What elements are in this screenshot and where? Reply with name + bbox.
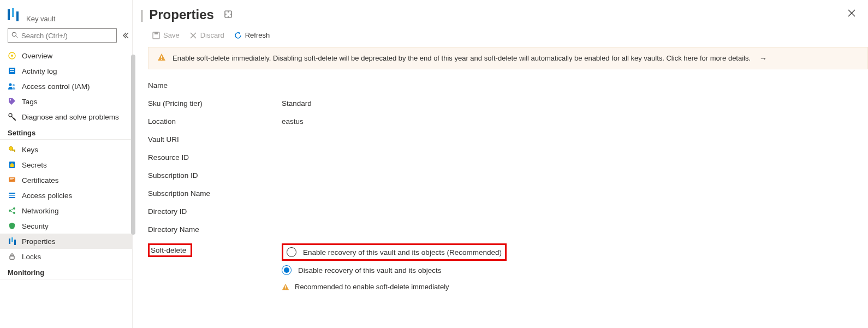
sidebar-item-label: Activity log	[22, 67, 57, 75]
svg-rect-33	[11, 237, 13, 242]
sidebar-item-label: Keys	[22, 146, 38, 154]
svg-rect-8	[10, 69, 14, 70]
sidebar-item-diagnose[interactable]: Diagnose and solve problems	[0, 109, 132, 124]
sidebar-item-label: Access control (IAM)	[22, 82, 90, 91]
warning-icon	[157, 53, 166, 63]
prop-resourceid-label: Resource ID	[148, 153, 282, 162]
prop-softdelete-label: Soft-delete	[151, 246, 186, 254]
sidebar-item-security[interactable]: Security	[0, 218, 132, 234]
sidebar-item-access-policies[interactable]: Access policies	[0, 188, 132, 203]
networking-icon	[8, 206, 16, 215]
secrets-icon	[8, 160, 16, 169]
certificates-icon	[8, 176, 16, 184]
softdelete-radio-group: Enable recovery of this vault and its ob…	[282, 243, 507, 291]
sidebar-section-settings: Settings	[0, 124, 132, 140]
sidebar-section-monitoring: Monitoring	[0, 264, 132, 279]
sidebar-item-label: Properties	[22, 237, 56, 246]
prop-directoryid-label: Directory ID	[148, 207, 282, 216]
sidebar-item-label: Certificates	[22, 176, 59, 184]
radio-icon-selected	[282, 265, 292, 275]
activity-log-icon	[8, 67, 16, 75]
keys-icon	[8, 145, 16, 154]
sidebar-item-properties[interactable]: Properties	[0, 234, 132, 249]
sidebar-item-activity-log[interactable]: Activity log	[0, 63, 132, 79]
svg-rect-26	[9, 197, 15, 198]
radio-disable-recovery[interactable]: Disable recovery of this vault and its o…	[282, 265, 507, 275]
banner-text: Enable soft-delete immediately. Disablin…	[173, 54, 751, 62]
svg-rect-40	[154, 32, 158, 34]
sidebar-item-keys[interactable]: Keys	[0, 142, 132, 157]
prop-location-value: eastus	[282, 117, 304, 126]
svg-rect-44	[161, 59, 162, 60]
discard-button[interactable]: Discard	[189, 31, 224, 39]
svg-point-13	[9, 114, 12, 117]
softdelete-warning: Recommended to enable soft-delete immedi…	[282, 283, 507, 291]
softdelete-warning-text: Recommended to enable soft-delete immedi…	[295, 283, 449, 291]
svg-point-3	[12, 32, 16, 37]
svg-point-6	[11, 55, 13, 57]
svg-point-11	[13, 84, 15, 86]
prop-vaulturi-label: Vault URI	[148, 135, 282, 144]
svg-line-30	[11, 209, 14, 211]
sidebar-item-access-control[interactable]: Access control (IAM)	[0, 79, 132, 94]
sidebar-item-label: Access policies	[22, 192, 72, 200]
radio-enable-recovery[interactable]: Enable recovery of this vault and its ob…	[287, 247, 502, 257]
sidebar-item-certificates[interactable]: Certificates	[0, 172, 132, 188]
soft-delete-banner[interactable]: Enable soft-delete immediately. Disablin…	[148, 47, 868, 69]
diagnose-icon	[8, 112, 16, 121]
refresh-button[interactable]: Refresh	[234, 31, 270, 39]
access-policies-icon	[8, 191, 16, 200]
svg-point-12	[10, 99, 11, 100]
tags-icon	[8, 97, 16, 106]
svg-rect-22	[10, 178, 14, 179]
resource-type-label: Key vault	[26, 15, 55, 23]
pin-button[interactable]	[224, 10, 233, 20]
sidebar-item-tags[interactable]: Tags	[0, 94, 132, 109]
prop-sku-value: Standard	[282, 99, 312, 108]
sidebar-item-overview[interactable]: Overview	[0, 48, 132, 63]
main-pane: | Properties Save Discard Refresh	[133, 0, 868, 328]
svg-rect-9	[10, 71, 14, 72]
sidebar-item-label: Secrets	[22, 161, 47, 169]
svg-rect-25	[9, 195, 15, 196]
svg-rect-32	[9, 238, 10, 244]
radio-enable-label: Enable recovery of this vault and its ob…	[303, 248, 502, 257]
prop-sku-label: Sku (Pricing tier)	[148, 99, 282, 108]
svg-rect-2	[16, 11, 19, 21]
svg-point-28	[13, 207, 15, 210]
sidebar-item-label: Networking	[22, 207, 59, 215]
close-button[interactable]	[847, 9, 856, 19]
svg-point-29	[13, 212, 15, 214]
sidebar-item-networking[interactable]: Networking	[0, 203, 132, 218]
svg-line-31	[11, 211, 14, 213]
sidebar-item-label: Diagnose and solve problems	[22, 113, 119, 121]
collapse-sidebar-button[interactable]	[122, 31, 129, 40]
sidebar-search[interactable]	[8, 28, 117, 43]
svg-rect-43	[161, 56, 162, 58]
sidebar-item-secrets[interactable]: Secrets	[0, 157, 132, 172]
search-icon	[11, 32, 18, 40]
svg-rect-34	[14, 240, 16, 245]
save-label: Save	[163, 31, 180, 39]
svg-point-10	[9, 84, 12, 86]
highlight-softdelete-label: Soft-delete	[148, 243, 192, 257]
breadcrumb-separator: |	[140, 7, 146, 22]
highlight-softdelete-enable: Enable recovery of this vault and its ob…	[282, 243, 507, 261]
sidebar-item-label: Tags	[22, 98, 38, 106]
svg-rect-45	[285, 285, 286, 288]
svg-rect-24	[9, 193, 15, 194]
prop-name-label: Name	[148, 81, 282, 90]
access-control-icon	[8, 82, 16, 91]
radio-disable-label: Disable recovery of this vault and its o…	[298, 266, 442, 275]
sidebar-item-label: Overview	[22, 52, 52, 60]
search-input[interactable]	[21, 32, 113, 40]
keyvault-logo-icon	[8, 8, 20, 23]
svg-line-4	[16, 35, 17, 37]
sidebar-item-locks[interactable]: Locks	[0, 249, 132, 264]
discard-label: Discard	[200, 31, 224, 39]
save-button[interactable]: Save	[152, 31, 180, 39]
svg-rect-16	[12, 150, 15, 151]
toolbar: Save Discard Refresh	[133, 27, 868, 45]
svg-rect-35	[10, 256, 14, 259]
refresh-label: Refresh	[245, 31, 270, 39]
